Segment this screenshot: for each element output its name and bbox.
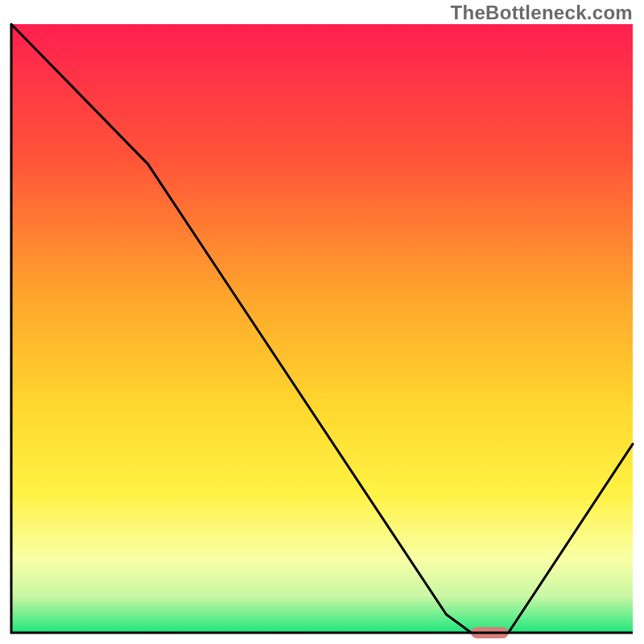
chart-svg (0, 0, 644, 644)
chart-stage: TheBottleneck.com (0, 0, 644, 644)
gradient-background (11, 24, 633, 633)
watermark: TheBottleneck.com (451, 2, 633, 24)
